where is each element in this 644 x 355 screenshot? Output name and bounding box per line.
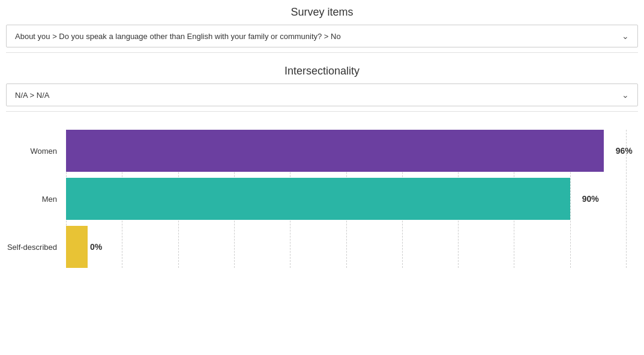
bars-container: Women96%Men90%Self-described0% bbox=[66, 130, 626, 268]
bar-label: Men bbox=[6, 195, 63, 204]
section-divider-1 bbox=[6, 52, 638, 53]
survey-items-dropdown[interactable]: About you > Do you speak a language othe… bbox=[6, 25, 638, 47]
bar-label: Women bbox=[6, 147, 63, 156]
bar-row: Women96% bbox=[66, 130, 626, 172]
survey-items-section: Survey items About you > Do you speak a … bbox=[6, 6, 638, 47]
intersectionality-dropdown-value: N/A > N/A bbox=[15, 91, 49, 100]
bar-value: 0% bbox=[90, 242, 102, 252]
bar-value: 90% bbox=[582, 194, 599, 204]
bar-label: Self-described bbox=[6, 243, 63, 252]
bar-value: 96% bbox=[616, 146, 633, 156]
bar-track: 96% bbox=[66, 130, 626, 172]
bar-fill-self: 0% bbox=[66, 226, 88, 268]
bar-fill-men: 90% bbox=[66, 178, 570, 220]
section-divider-2 bbox=[6, 111, 638, 112]
intersectionality-section: Intersectionality N/A > N/A ⌄ bbox=[6, 65, 638, 106]
survey-items-title: Survey items bbox=[6, 6, 638, 19]
bar-row: Men90% bbox=[66, 178, 626, 220]
bar-track: 0% bbox=[66, 226, 626, 268]
intersectionality-dropdown[interactable]: N/A > N/A ⌄ bbox=[6, 83, 638, 106]
bar-row: Self-described0% bbox=[66, 226, 626, 268]
page-wrapper: Survey items About you > Do you speak a … bbox=[0, 0, 644, 292]
survey-items-chevron-icon: ⌄ bbox=[622, 31, 629, 41]
intersectionality-chevron-icon: ⌄ bbox=[622, 90, 629, 100]
survey-items-dropdown-value: About you > Do you speak a language othe… bbox=[15, 32, 341, 41]
bar-track: 90% bbox=[66, 178, 626, 220]
intersectionality-title: Intersectionality bbox=[6, 65, 638, 77]
chart-container: Women96%Men90%Self-described0% bbox=[6, 130, 638, 268]
bar-fill-women: 96% bbox=[66, 130, 604, 172]
chart-area: Women96%Men90%Self-described0% bbox=[6, 130, 638, 286]
